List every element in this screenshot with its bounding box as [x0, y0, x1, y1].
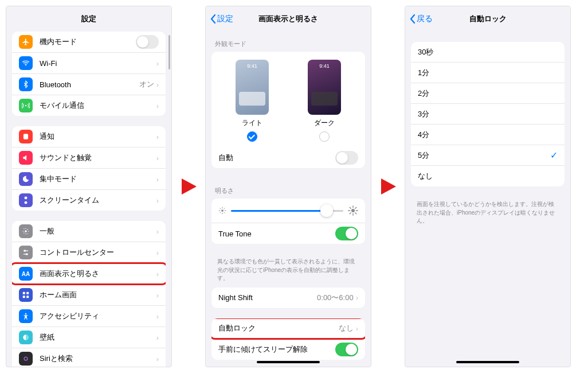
brightness-slider[interactable] [231, 210, 343, 212]
row-label: サウンドと触覚 [40, 153, 156, 163]
settings-group: 機内モードWi-Fi›Bluetoothオン›モバイル通信› [12, 32, 166, 116]
wallpaper-icon [19, 331, 33, 344]
row-sounds[interactable]: サウンドと触覚› [12, 147, 166, 169]
screen-auto-lock: 戻る 自動ロック 30秒1分2分3分4分5分✓なし 画面を注視しているかどうかを… [405, 6, 571, 367]
toggle-airplane[interactable] [136, 35, 159, 49]
row-value: オン [139, 79, 154, 90]
option-30秒[interactable]: 30秒 [411, 42, 565, 63]
chevron-right-icon: › [356, 293, 358, 302]
chevron-right-icon: › [156, 227, 159, 236]
row-wifi[interactable]: Wi-Fi› [12, 53, 166, 74]
arrow-icon [175, 176, 202, 197]
row-label: スクリーンタイム [40, 195, 156, 205]
svg-rect-2 [23, 134, 28, 139]
row-wallpaper[interactable]: 壁紙› [12, 327, 166, 348]
option-4分[interactable]: 4分 [411, 125, 565, 145]
appearance-dark[interactable]: 9:41 ダーク [308, 60, 341, 147]
nav-title: 自動ロック [469, 14, 507, 24]
sounds-icon [19, 151, 33, 165]
svg-point-5 [24, 250, 25, 251]
row-auto-lock[interactable]: 自動ロック なし › [211, 318, 365, 339]
back-button[interactable]: 戻る [410, 14, 433, 24]
raise-to-wake-label: 手前に傾けてスリープ解除 [218, 344, 335, 355]
option-3分[interactable]: 3分 [411, 104, 565, 125]
svg-line-24 [220, 208, 221, 209]
svg-marker-37 [381, 178, 396, 195]
option-1分[interactable]: 1分 [411, 63, 565, 83]
svg-rect-9 [26, 292, 29, 294]
nav-bar: 設定 [6, 6, 171, 32]
settings-group: 通知›サウンドと触覚›集中モード›スクリーンタイム› [12, 126, 166, 211]
row-cellular[interactable]: モバイル通信› [12, 95, 166, 116]
radio-light[interactable] [247, 131, 257, 142]
night-shift-label: Night Shift [218, 293, 317, 302]
svg-point-14 [23, 356, 29, 362]
row-siri[interactable]: Siriと検索› [12, 348, 166, 367]
display-icon: AA [19, 267, 33, 281]
auto-lock-label: 自動ロック [218, 323, 339, 333]
light-label: ライト [236, 118, 269, 128]
brightness-slider-row[interactable] [211, 199, 365, 223]
row-label: 画面表示と明るさ [40, 269, 156, 279]
chevron-right-icon: › [156, 102, 159, 110]
row-night-shift[interactable]: Night Shift 0:00〜6:00 › [211, 287, 365, 308]
svg-line-35 [350, 213, 351, 214]
option-なし[interactable]: なし [411, 166, 565, 187]
row-label: モバイル通信 [40, 100, 156, 111]
home-icon [19, 288, 33, 302]
svg-point-1 [25, 105, 27, 107]
chevron-right-icon: › [156, 175, 159, 184]
auto-lock-value: なし [339, 323, 354, 333]
true-tone-label: True Tone [218, 230, 335, 238]
chevron-right-icon: › [156, 291, 159, 300]
toggle-raise-to-wake[interactable] [335, 343, 358, 356]
toggle-true-tone[interactable] [335, 227, 358, 240]
row-notifications[interactable]: 通知› [12, 126, 166, 147]
svg-rect-11 [26, 296, 29, 298]
notifications-icon [19, 130, 33, 143]
row-raise-to-wake[interactable]: 手前に傾けてスリープ解除 [211, 339, 365, 360]
auto-label: 自動 [218, 153, 335, 163]
screen-display-brightness: 設定 画面表示と明るさ 外観モード 9:41 ライト 9:41 ダーク [205, 6, 371, 367]
row-auto-appearance[interactable]: 自動 [211, 147, 365, 168]
radio-dark[interactable] [319, 131, 330, 142]
option-2分[interactable]: 2分 [411, 83, 565, 104]
appearance-group: 9:41 ライト 9:41 ダーク 自動 [211, 52, 365, 168]
row-bluetooth[interactable]: Bluetoothオン› [12, 74, 166, 95]
night-shift-value: 0:00〜6:00 [317, 293, 354, 303]
settings-group: 一般›コントロールセンター›AA画面表示と明るさ›ホーム画面›アクセシビリティ›… [12, 221, 166, 367]
row-general[interactable]: 一般› [12, 221, 166, 242]
row-home[interactable]: ホーム画面› [12, 285, 166, 306]
row-display[interactable]: AA画面表示と明るさ› [12, 263, 166, 285]
row-true-tone[interactable]: True Tone [211, 223, 365, 244]
svg-line-36 [355, 207, 356, 208]
row-label: 機内モード [40, 37, 136, 47]
home-indicator[interactable] [456, 361, 519, 363]
chevron-right-icon: › [156, 80, 159, 89]
back-button[interactable]: 設定 [210, 14, 233, 24]
row-focus[interactable]: 集中モード› [12, 169, 166, 190]
home-indicator[interactable] [257, 361, 320, 363]
svg-line-26 [220, 212, 221, 213]
row-airplane[interactable]: 機内モード [12, 32, 166, 53]
row-controlcenter[interactable]: コントロールセンター› [12, 242, 166, 263]
row-screentime[interactable]: スクリーンタイム› [12, 190, 166, 211]
chevron-right-icon: › [156, 333, 159, 342]
back-label: 戻る [417, 14, 433, 24]
chevron-right-icon: › [156, 133, 159, 141]
svg-point-3 [25, 230, 27, 232]
option-label: 30秒 [418, 47, 558, 57]
nav-bar: 設定 画面表示と明るさ [206, 6, 371, 32]
option-5分[interactable]: 5分✓ [411, 145, 565, 166]
sun-large-icon [348, 205, 358, 216]
toggle-auto-appearance[interactable] [335, 151, 358, 165]
sun-small-icon [218, 207, 226, 215]
row-label: 壁紙 [40, 332, 156, 343]
scrollbar[interactable] [168, 35, 170, 69]
row-label: Wi-Fi [40, 59, 156, 68]
accessibility-icon [19, 309, 33, 323]
row-label: Siriと検索 [40, 353, 156, 364]
row-accessibility[interactable]: アクセシビリティ› [12, 306, 166, 327]
appearance-light[interactable]: 9:41 ライト [236, 60, 269, 147]
option-label: 3分 [418, 109, 558, 119]
